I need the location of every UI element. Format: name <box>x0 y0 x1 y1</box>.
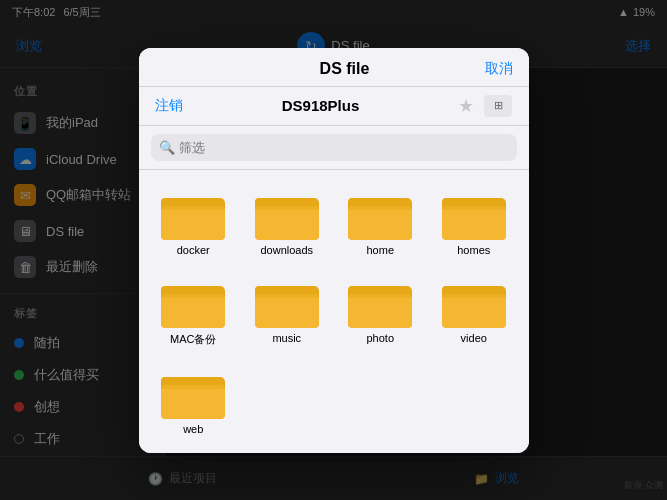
folder-item-photo[interactable]: photo <box>338 270 424 353</box>
folder-icon <box>255 188 319 240</box>
device-logout-button[interactable]: 注销 <box>155 97 183 115</box>
folder-item-homes[interactable]: homes <box>431 182 517 262</box>
svg-rect-19 <box>348 294 412 328</box>
folder-icon <box>442 276 506 328</box>
folder-icon <box>161 188 225 240</box>
svg-rect-8 <box>348 206 412 210</box>
folder-item-home[interactable]: home <box>338 182 424 262</box>
folder-name: home <box>366 244 394 256</box>
modal-header: DS file 取消 <box>139 48 529 87</box>
device-bar: 注销 DS918Plus ★ ⊞ <box>139 87 529 126</box>
folder-item-music[interactable]: music <box>244 270 330 353</box>
folder-name: photo <box>366 332 394 344</box>
folder-name: docker <box>177 244 210 256</box>
folder-icon <box>442 188 506 240</box>
folder-name: MAC备份 <box>170 332 216 347</box>
svg-rect-5 <box>255 206 319 210</box>
svg-rect-14 <box>161 294 225 298</box>
folder-name: web <box>183 423 203 435</box>
svg-rect-17 <box>255 294 319 298</box>
svg-rect-22 <box>442 294 506 328</box>
folder-name: video <box>461 332 487 344</box>
folder-icon <box>348 188 412 240</box>
view-options-button[interactable]: ⊞ <box>484 95 512 117</box>
svg-rect-4 <box>255 206 319 240</box>
folder-icon <box>161 276 225 328</box>
svg-rect-1 <box>161 206 225 240</box>
search-input[interactable] <box>151 134 517 161</box>
folder-grid: docker downloads <box>139 170 529 453</box>
folder-name: downloads <box>260 244 313 256</box>
svg-rect-16 <box>255 294 319 328</box>
folder-icon <box>161 367 225 419</box>
svg-rect-11 <box>442 206 506 210</box>
view-options-icon: ⊞ <box>494 99 503 112</box>
device-actions: ★ ⊞ <box>458 95 512 117</box>
folder-item-web[interactable]: web <box>151 361 237 441</box>
svg-rect-2 <box>161 206 225 210</box>
folder-item-downloads[interactable]: downloads <box>244 182 330 262</box>
modal-cancel-button[interactable]: 取消 <box>485 60 513 78</box>
folder-item-docker[interactable]: docker <box>151 182 237 262</box>
folder-item-MAC备份[interactable]: MAC备份 <box>151 270 237 353</box>
folder-icon <box>255 276 319 328</box>
svg-rect-7 <box>348 206 412 240</box>
folder-name: music <box>272 332 301 344</box>
folder-icon <box>348 276 412 328</box>
modal-search-bar: 🔍 <box>139 126 529 170</box>
folder-name: homes <box>457 244 490 256</box>
svg-rect-13 <box>161 294 225 328</box>
svg-rect-25 <box>161 385 225 419</box>
svg-rect-20 <box>348 294 412 298</box>
device-name: DS918Plus <box>282 97 360 114</box>
search-icon: 🔍 <box>159 140 175 155</box>
modal-overlay[interactable]: DS file 取消 注销 DS918Plus ★ ⊞ 🔍 <box>0 0 667 500</box>
svg-rect-23 <box>442 294 506 298</box>
svg-rect-26 <box>161 385 225 389</box>
modal-panel: DS file 取消 注销 DS918Plus ★ ⊞ 🔍 <box>139 48 529 453</box>
folder-item-video[interactable]: video <box>431 270 517 353</box>
star-button[interactable]: ★ <box>458 95 474 117</box>
modal-title: DS file <box>205 60 485 78</box>
svg-rect-10 <box>442 206 506 240</box>
